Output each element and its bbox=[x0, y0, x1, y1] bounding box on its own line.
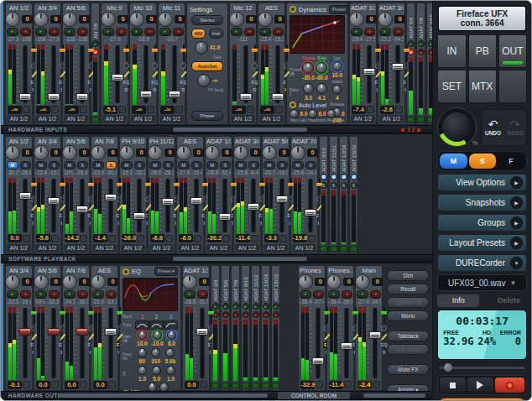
collapsed-channel-strip[interactable]: ADAT 9/10MS bbox=[319, 136, 328, 253]
mini-slider[interactable] bbox=[31, 44, 37, 61]
record-arm-button[interactable]: ● bbox=[273, 28, 284, 36]
dynamics-indicator[interactable]: D bbox=[124, 87, 129, 93]
link-button[interactable] bbox=[251, 235, 258, 242]
solo-button[interactable]: S bbox=[331, 182, 337, 189]
link-button[interactable] bbox=[222, 235, 230, 242]
pan-knob[interactable] bbox=[233, 145, 248, 160]
autoset-button[interactable]: AutoSet bbox=[191, 61, 223, 71]
eq-knob[interactable] bbox=[151, 348, 160, 357]
record-arm-button[interactable]: ● bbox=[77, 290, 89, 299]
link-button[interactable] bbox=[344, 381, 352, 388]
mini-slider[interactable] bbox=[180, 44, 186, 61]
eq-knob[interactable] bbox=[165, 348, 175, 357]
fx-play-button[interactable]: ▸ bbox=[263, 303, 269, 310]
fader-handle[interactable] bbox=[168, 91, 180, 98]
fader-handle[interactable] bbox=[391, 63, 404, 70]
fader-track[interactable] bbox=[241, 44, 250, 105]
mini-slider[interactable] bbox=[60, 307, 65, 324]
mini-slider-handle[interactable] bbox=[259, 183, 265, 186]
fader-group-button[interactable]: F bbox=[498, 154, 524, 169]
link-button[interactable] bbox=[137, 235, 144, 242]
output-route[interactable]: AN 1/2 bbox=[7, 115, 31, 123]
dyn-gain-knob[interactable] bbox=[332, 61, 342, 71]
mini-slider[interactable] bbox=[352, 307, 358, 324]
fader-handle[interactable] bbox=[368, 331, 381, 339]
dynamics-preset-dropdown[interactable]: Preset ▾ bbox=[329, 5, 349, 14]
link-button[interactable] bbox=[108, 235, 116, 242]
link-button[interactable] bbox=[23, 235, 30, 242]
auto-level-knob[interactable] bbox=[308, 109, 317, 118]
section-layout-presets[interactable]: Layout Presets▶ bbox=[437, 234, 527, 252]
section-view-options[interactable]: View Options▶ bbox=[437, 174, 527, 191]
link-button[interactable] bbox=[200, 381, 207, 388]
stop-button[interactable] bbox=[440, 378, 466, 393]
mini-slider-handle[interactable] bbox=[31, 183, 37, 186]
row-scrollbar[interactable] bbox=[173, 128, 307, 132]
record-arm-button[interactable]: ● bbox=[20, 290, 32, 299]
pan-knob[interactable] bbox=[290, 145, 305, 160]
fader-handle[interactable] bbox=[275, 195, 288, 203]
pan-knob[interactable] bbox=[5, 12, 20, 27]
fader-handle[interactable] bbox=[76, 328, 88, 336]
mini-slider[interactable] bbox=[252, 44, 258, 61]
fader-track[interactable] bbox=[77, 177, 86, 233]
eq-knob[interactable] bbox=[138, 348, 147, 357]
mini-slider[interactable] bbox=[88, 307, 94, 324]
output-route[interactable]: AN 1/2 bbox=[206, 244, 231, 253]
output-route[interactable]: AN 1/2 bbox=[35, 115, 60, 123]
mute-button[interactable]: M bbox=[178, 161, 190, 169]
mini-slider-handle[interactable] bbox=[60, 49, 65, 52]
mini-slider-handle[interactable] bbox=[375, 49, 381, 52]
fader-track[interactable] bbox=[248, 177, 258, 233]
output-route[interactable]: AN 1/2 bbox=[235, 244, 259, 253]
output-route[interactable]: AN 1/2 bbox=[231, 115, 255, 123]
mini-slider-handle[interactable] bbox=[208, 311, 214, 315]
solo-button[interactable]: S bbox=[341, 182, 347, 189]
solo-button[interactable]: S bbox=[20, 161, 32, 169]
link-button[interactable] bbox=[175, 106, 183, 113]
comp-ratio-knob[interactable] bbox=[303, 83, 314, 94]
record-arm-button[interactable]: ● bbox=[313, 290, 325, 299]
dynamics-on-led[interactable] bbox=[289, 6, 296, 13]
fader-track[interactable] bbox=[49, 306, 58, 380]
dynamics-indicator[interactable]: D bbox=[153, 87, 158, 93]
record-arm-button[interactable]: ● bbox=[197, 290, 209, 299]
eq-knob[interactable] bbox=[153, 331, 162, 340]
fader-track[interactable] bbox=[20, 44, 29, 105]
pan-knob[interactable] bbox=[205, 145, 220, 160]
mini-slider-handle[interactable] bbox=[117, 183, 123, 186]
fader-handle[interactable] bbox=[18, 328, 31, 336]
nav-mtx-button[interactable]: MTX bbox=[468, 70, 497, 103]
mini-slider-handle[interactable] bbox=[180, 49, 186, 52]
cue-button[interactable] bbox=[123, 63, 129, 69]
record-arm-button[interactable]: ● bbox=[106, 290, 117, 299]
nav-out-button[interactable]: OUT bbox=[498, 34, 527, 68]
collapsed-channel-strip[interactable]: ADAT 9/10▸● bbox=[426, 3, 432, 125]
info-button[interactable]: Info bbox=[437, 294, 479, 307]
output-route[interactable]: AN 1/2 bbox=[64, 244, 88, 253]
fader-track[interactable] bbox=[106, 306, 115, 380]
link-button[interactable] bbox=[308, 235, 316, 242]
band-type-button[interactable] bbox=[135, 320, 149, 330]
fx-play-button[interactable]: ▸ bbox=[64, 290, 76, 299]
low-cut-slope-knob[interactable] bbox=[148, 383, 157, 391]
eq-on-led[interactable] bbox=[123, 268, 129, 275]
mute-button[interactable]: M bbox=[7, 161, 18, 169]
fx-play-button[interactable]: ▸ bbox=[159, 28, 171, 36]
chevron-right-icon[interactable]: ▶ bbox=[510, 176, 523, 189]
mini-slider-handle[interactable] bbox=[60, 311, 65, 315]
pan-knob[interactable] bbox=[298, 274, 313, 289]
fader-track[interactable] bbox=[191, 177, 201, 233]
mini-slider[interactable] bbox=[259, 178, 265, 195]
mute-button[interactable]: M bbox=[149, 161, 161, 169]
section-durecorder[interactable]: DURECorder▼ bbox=[437, 254, 527, 272]
mini-slider[interactable] bbox=[231, 178, 237, 195]
fader-track[interactable] bbox=[393, 44, 402, 105]
solo-button[interactable]: S bbox=[220, 161, 232, 169]
eq-knob[interactable] bbox=[167, 331, 176, 340]
fx-play-button[interactable]: ▸ bbox=[7, 28, 18, 36]
link-button[interactable] bbox=[279, 235, 287, 242]
collapsed-channel-strip[interactable]: ADAT 11/12MS bbox=[329, 136, 338, 253]
auto-level-knob[interactable] bbox=[326, 109, 336, 118]
fader-handle[interactable] bbox=[271, 93, 284, 101]
